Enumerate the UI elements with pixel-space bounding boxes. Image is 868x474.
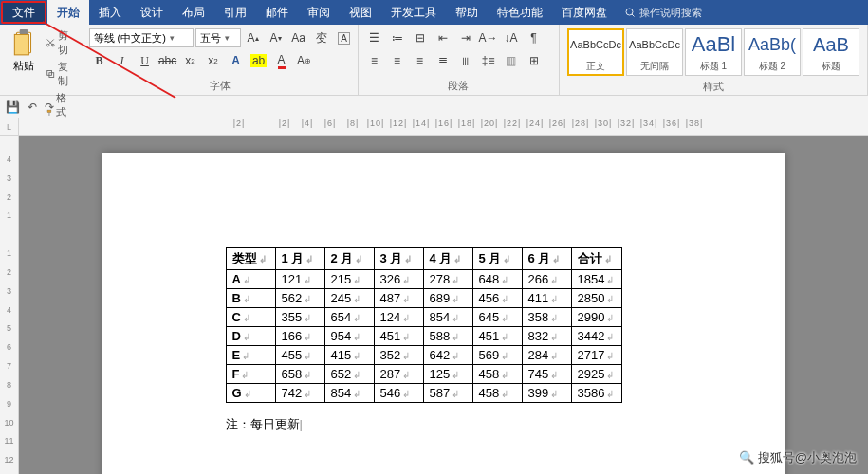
clear-format-icon[interactable]: A [334,28,355,47]
data-table[interactable]: 类型↲1 月↲2 月↲3 月↲4 月↲5 月↲6 月↲合计↲A↲121↲215↲… [226,247,623,403]
group-label-styles: 样式 [565,78,861,96]
superscript-button[interactable]: x2 [203,51,224,70]
shading-button[interactable]: ▥ [501,51,522,70]
vertical-ruler[interactable]: 4321123456789101112 [0,136,19,474]
align-center-button[interactable]: ≡ [387,51,408,70]
tab-视图[interactable]: 视图 [340,0,381,25]
align-left-button[interactable]: ≡ [364,51,385,70]
change-case-icon[interactable]: Aa [288,28,309,47]
bold-button[interactable]: B [89,51,110,70]
style-标题 2[interactable]: AaBb(标题 2 [744,28,801,76]
page: 类型↲1 月↲2 月↲3 月↲4 月↲5 月↲6 月↲合计↲A↲121↲215↲… [102,153,785,474]
tab-特色功能[interactable]: 特色功能 [488,0,552,25]
highlight-button[interactable]: ab [249,51,269,70]
style-正文[interactable]: AaBbCcDc正文 [567,28,624,76]
enclose-char-button[interactable]: A⊕ [294,51,315,70]
group-label-paragraph: 段落 [364,77,553,95]
show-marks-button[interactable]: ¶ [524,28,545,47]
style-标题 1[interactable]: AaBl标题 1 [685,28,742,76]
tab-邮件[interactable]: 邮件 [256,0,298,25]
grow-font-icon[interactable]: A▴ [243,28,264,47]
copy-button[interactable]: 复制 [46,60,77,88]
tab-设计[interactable]: 设计 [131,0,173,25]
horizontal-ruler[interactable]: |2||2||4||6||8||10||12||14||16||18||20||… [19,118,868,136]
tell-me-search[interactable]: 操作说明搜索 [624,0,702,25]
save-button[interactable]: 💾 [6,100,20,114]
svg-rect-2 [20,29,28,34]
cut-button[interactable]: 剪切 [46,28,77,57]
text-effects-button[interactable]: A [226,51,247,70]
indent-dec-button[interactable]: ⇤ [433,28,453,47]
style-无间隔[interactable]: AaBbCcDc无间隔 [626,28,683,76]
tab-帮助[interactable]: 帮助 [446,0,488,25]
note-text: 注：每日更新| [226,416,691,433]
justify-button[interactable]: ≣ [433,51,453,70]
tab-file[interactable]: 文件 [1,1,46,24]
style-标题[interactable]: AaB标题 [803,28,859,76]
font-color-button[interactable]: A [271,51,292,70]
phonetic-guide-icon[interactable]: 变 [311,28,332,47]
tab-审阅[interactable]: 审阅 [298,0,340,25]
shrink-font-icon[interactable]: A▾ [266,28,286,47]
ribbon: 粘贴 剪切 复制 格式刷 剪贴板 等线 (中文正文)▾ 五号▾ A▴ A▾ Aa… [0,25,868,96]
menu-tabs: 文件 开始 插入设计布局引用邮件审阅视图开发工具帮助特色功能百度网盘 操作说明搜… [0,0,868,25]
svg-rect-3 [14,34,28,54]
group-label-font: 字体 [89,77,352,95]
tab-插入[interactable]: 插入 [89,0,131,25]
distribute-button[interactable]: ⫼ [455,51,476,70]
document-area[interactable]: 类型↲1 月↲2 月↲3 月↲4 月↲5 月↲6 月↲合计↲A↲121↲215↲… [19,136,868,474]
align-right-button[interactable]: ≡ [410,51,431,70]
tab-引用[interactable]: 引用 [214,0,256,25]
sort-button[interactable]: ↓A [501,28,522,47]
quick-access-toolbar: 💾 ↶ ↷ [0,96,868,118]
borders-button[interactable]: ⊞ [524,51,545,70]
tab-home[interactable]: 开始 [47,0,89,25]
numbering-button[interactable]: ≔ [387,28,408,47]
svg-point-4 [46,44,49,46]
undo-button[interactable]: ↶ [28,100,37,114]
strikethrough-button[interactable]: abc [157,51,178,70]
line-spacing-button[interactable]: ‡≡ [478,51,499,70]
paste-button[interactable]: 粘贴 [6,27,42,75]
ltr-button[interactable]: A→ [478,28,499,47]
multilevel-button[interactable]: ⊟ [410,28,431,47]
ruler-corner: L [0,118,19,136]
indent-inc-button[interactable]: ⇥ [455,28,476,47]
italic-button[interactable]: I [112,51,133,70]
tab-百度网盘[interactable]: 百度网盘 [552,0,617,25]
bullets-button[interactable]: ☰ [364,28,385,47]
font-name-select[interactable]: 等线 (中文正文)▾ [89,28,194,47]
watermark: 🔍 搜狐号@小奥泡泡 [739,449,857,466]
subscript-button[interactable]: x2 [180,51,201,70]
font-size-select[interactable]: 五号▾ [195,28,241,47]
tab-布局[interactable]: 布局 [173,0,214,25]
underline-button[interactable]: U [135,51,156,70]
redo-button[interactable]: ↷ [45,100,54,114]
tab-开发工具[interactable]: 开发工具 [381,0,446,25]
svg-point-0 [626,9,633,15]
